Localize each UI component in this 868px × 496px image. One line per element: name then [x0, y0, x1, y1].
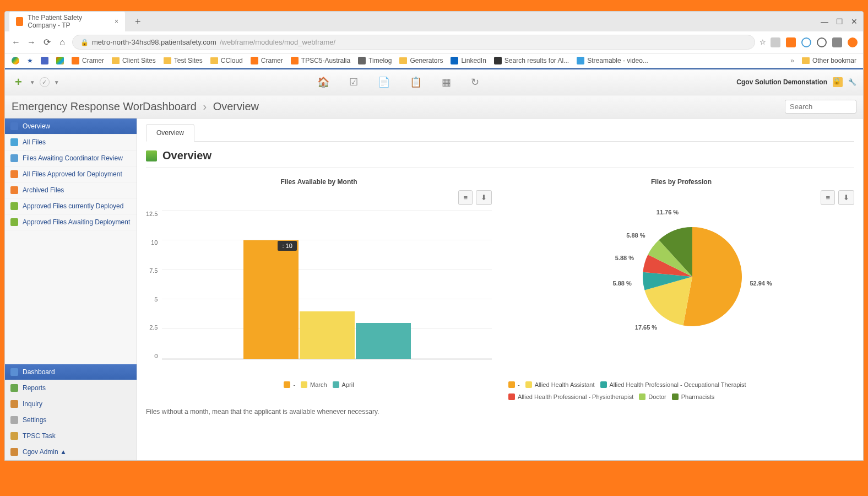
- other-bookmarks[interactable]: Other bookmar: [802, 57, 856, 64]
- sidebar-item[interactable]: Cgov Admin ▲: [5, 444, 137, 460]
- sidebar-icon: [10, 448, 18, 456]
- lock-badge-icon[interactable]: 🔒: [833, 77, 843, 87]
- wrench-icon[interactable]: 🔧: [848, 78, 856, 86]
- profile-icon[interactable]: [848, 37, 858, 47]
- browser-window: The Patient Safety Company - TP × + — ☐ …: [4, 11, 864, 461]
- back-button[interactable]: ←: [10, 37, 21, 47]
- chart-menu-button[interactable]: ≡: [458, 190, 473, 205]
- tab-overview[interactable]: Overview: [146, 124, 194, 142]
- sidebar-item[interactable]: Archived Files: [5, 182, 137, 198]
- legend-item[interactable]: March: [301, 381, 327, 388]
- breadcrumb-root[interactable]: Dashboard: [143, 100, 197, 112]
- tab-close-icon[interactable]: ×: [115, 18, 118, 25]
- breadcrumb-leaf: Overview: [213, 100, 259, 112]
- bookmark-item[interactable]: Streamable - video...: [577, 57, 648, 64]
- sidebar-item[interactable]: All Files Approved for Deployment: [5, 166, 137, 182]
- minimize-icon[interactable]: —: [821, 17, 828, 26]
- ext-icon[interactable]: [817, 37, 827, 47]
- bookmark-item[interactable]: Cramer: [72, 57, 104, 64]
- add-button[interactable]: +: [12, 73, 25, 91]
- sidebar-item-label: All Files Approved for Deployment: [23, 170, 122, 178]
- chart-download-button[interactable]: ⬇: [476, 190, 492, 205]
- bookmarks-bar: ★ CramerClient SitesTest SitesCCloudCram…: [5, 53, 863, 68]
- tab-favicon: [16, 17, 23, 26]
- ext-icon[interactable]: [801, 37, 811, 47]
- sidebar-item[interactable]: Approved Files currently Deployed: [5, 198, 137, 214]
- home-button[interactable]: ⌂: [57, 37, 68, 47]
- check-icon[interactable]: ☑: [346, 74, 361, 90]
- bookmark-item[interactable]: Timelog: [358, 57, 392, 64]
- bookmark-item[interactable]: Generators: [399, 57, 443, 64]
- lock-icon: 🔒: [80, 39, 89, 46]
- bm-icon[interactable]: [41, 57, 48, 64]
- pie-label: 5.88 %: [615, 255, 634, 261]
- bookmark-icon: [451, 57, 458, 64]
- bookmark-icon: [577, 57, 584, 64]
- maximize-icon[interactable]: ☐: [836, 17, 843, 26]
- bookmarks-overflow[interactable]: »: [790, 57, 794, 64]
- sidebar-item[interactable]: All Files: [5, 134, 137, 150]
- sidebar-item-label: All Files: [23, 138, 46, 146]
- workspace-title: Emergency Response Work: [12, 100, 143, 113]
- folder-icon: [210, 57, 218, 64]
- bar-chart-title: Files Available by Month: [146, 178, 492, 186]
- bar[interactable]: [243, 240, 299, 359]
- sidebar-item[interactable]: Dashboard: [5, 364, 137, 380]
- bookmark-item[interactable]: Search results for Al...: [494, 57, 569, 64]
- sidebar-item[interactable]: TPSC Task: [5, 428, 137, 444]
- bar[interactable]: [300, 311, 355, 359]
- new-tab-button[interactable]: +: [129, 16, 147, 28]
- sidebar-icon: [10, 432, 18, 440]
- search-input[interactable]: [785, 100, 856, 114]
- bookmark-item[interactable]: LinkedIn: [451, 57, 486, 64]
- chart-menu-button[interactable]: ≡: [821, 190, 835, 205]
- legend-item[interactable]: April: [333, 381, 354, 388]
- legend-item[interactable]: -: [508, 381, 520, 388]
- bookmark-item[interactable]: TPSC5-Australia: [291, 57, 350, 64]
- sidebar-item-label: Reports: [23, 384, 46, 392]
- folder-icon: [164, 57, 171, 64]
- bm-ms-icon[interactable]: [56, 57, 64, 64]
- ext-icon[interactable]: [771, 37, 780, 47]
- document-icon[interactable]: 📄: [375, 74, 393, 90]
- sidebar-item[interactable]: Files Awaiting Coordinator Review: [5, 150, 137, 166]
- sidebar-item[interactable]: Overview: [5, 118, 137, 134]
- home-icon[interactable]: 🏠: [314, 74, 333, 90]
- legend-item[interactable]: Doctor: [639, 393, 666, 400]
- bookmark-item[interactable]: Test Sites: [164, 57, 203, 64]
- sidebar-item[interactable]: Settings: [5, 412, 137, 428]
- bookmark-icon: [494, 57, 502, 64]
- ext-icon[interactable]: [832, 37, 842, 47]
- refresh-icon[interactable]: ↻: [468, 74, 482, 90]
- bm-gdrive-icon[interactable]: [12, 57, 19, 64]
- reload-button[interactable]: ⟳: [41, 37, 52, 47]
- bm-star-icon[interactable]: ★: [27, 57, 33, 64]
- sidebar-item-label: Files Awaiting Coordinator Review: [23, 154, 123, 162]
- ext-icon[interactable]: [786, 37, 796, 47]
- forward-button[interactable]: →: [26, 37, 37, 47]
- legend-item[interactable]: Allied Health Professional - Occupationa…: [600, 381, 746, 388]
- legend-item[interactable]: -: [284, 381, 295, 388]
- approve-dropdown[interactable]: ✓: [40, 77, 50, 87]
- legend-item[interactable]: Allied Health Professional - Physiothera…: [508, 393, 633, 400]
- bookmark-item[interactable]: CCloud: [210, 57, 243, 64]
- legend-item[interactable]: Pharmacists: [672, 393, 715, 400]
- sidebar-item-label: TPSC Task: [23, 432, 56, 440]
- sidebar-item[interactable]: Reports: [5, 380, 137, 396]
- bookmark-item[interactable]: Client Sites: [112, 57, 156, 64]
- bookmark-star-icon[interactable]: ☆: [760, 38, 766, 46]
- bookmark-item[interactable]: Cramer: [251, 57, 283, 64]
- sidebar-item-label: Approved Files Awaiting Deployment: [23, 218, 130, 226]
- page-icon[interactable]: 📋: [406, 74, 425, 90]
- bar[interactable]: [356, 323, 411, 359]
- chart-download-button[interactable]: ⬇: [838, 190, 854, 205]
- sidebar-item-label: Archived Files: [23, 186, 64, 194]
- browser-tab[interactable]: The Patient Safety Company - TP ×: [9, 11, 125, 34]
- sidebar-item[interactable]: Inquiry: [5, 396, 137, 412]
- url-bar[interactable]: 🔒 metro-north-34hsd98.patientsafety.com/…: [72, 35, 755, 50]
- sidebar-item[interactable]: Approved Files Awaiting Deployment: [5, 214, 137, 230]
- tab-strip: The Patient Safety Company - TP × + — ☐ …: [5, 12, 863, 31]
- grid-icon[interactable]: ▦: [438, 74, 454, 90]
- legend-item[interactable]: Allied Health Assistant: [525, 381, 595, 388]
- close-icon[interactable]: ✕: [851, 17, 858, 26]
